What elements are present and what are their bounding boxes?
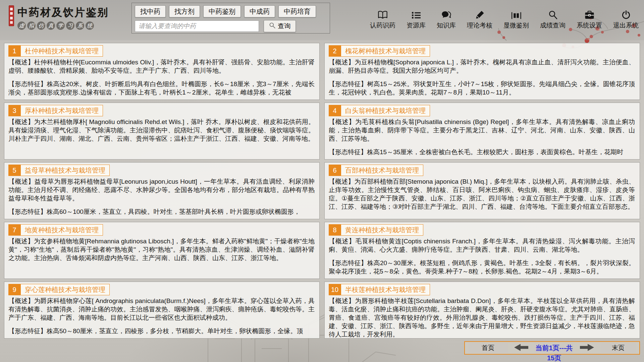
card-number-badge: 4: [329, 105, 341, 116]
card-number-badge: 7: [8, 224, 20, 236]
magnifier-icon: [548, 9, 557, 19]
nav-item-system-settings[interactable]: 系统设置: [577, 9, 602, 30]
nav-label: 理论考核: [467, 21, 492, 30]
nav-item-knowledge-base[interactable]: 知识库: [437, 9, 456, 30]
chat-bubbles-icon: [441, 9, 451, 19]
herb-card-7: 7 地黄种植技术与栽培管理 【概述】为玄参科植物地黄[Rehmannia glu…: [4, 222, 320, 279]
app-header: 中药材及饮片鉴别 虚 拟 仿 真 学 习 系 统 找中药 找方剂 中药鉴别 中成…: [0, 0, 644, 40]
card-overview-text: 【概述】为毛茛科植株白头翁[Pulsatilla chinensis (Bge)…: [329, 118, 635, 143]
card-number-badge: 2: [329, 45, 341, 57]
card-number-badge: 10: [329, 284, 341, 295]
power-icon: [622, 9, 631, 19]
nav-item-microscopic-identify[interactable]: 显微鉴别: [503, 9, 529, 30]
nav-item-theory-exam[interactable]: 理论考核: [467, 9, 492, 30]
magnifier-icon: [269, 22, 276, 31]
card-title-link[interactable]: 槐花树种植技术与栽培管理: [341, 45, 430, 57]
card-overview-text: 【概述】益母草为唇形花科植物益母草[Leonurus japon,icus Ho…: [8, 177, 315, 202]
herb-card-5: 5 益母草种植技术与栽培管理 【概述】益母草为唇形花科植物益母草[Leonuru…: [4, 162, 320, 219]
card-number-badge: 8: [329, 224, 341, 236]
card-morphology-text: 【形态特征】株高50～80厘米，茎直立，四棱形，多分枝，节稍膨大。单叶对生，卵状…: [8, 327, 315, 335]
card-number-badge: 5: [8, 165, 20, 176]
first-page-button[interactable]: 首页: [468, 343, 508, 353]
card-morphology-text: 【形态特征】树高15～25米。羽状复叶互生，小叶7～15枚，卵状矩圆形。先端具细…: [329, 80, 635, 97]
card-title-link[interactable]: 穿心莲种植技术与栽培管理: [20, 284, 110, 295]
card-title-link[interactable]: 黄连种植技术与栽培管理: [341, 224, 423, 236]
herb-card-10: 10 半枝莲种植技术与栽培管理 【概述】为唇形科植物半枝莲[Scutellari…: [324, 282, 640, 339]
last-page-button[interactable]: 末页: [600, 343, 636, 353]
card-number-badge: 3: [8, 105, 20, 116]
card-title-link[interactable]: 厚朴种植技术与栽培管理: [20, 105, 103, 116]
nav-item-recognize-herbs[interactable]: 认药识药: [370, 9, 395, 30]
app-subtitle: 虚 拟 仿 真 学 习 系 统: [17, 21, 109, 30]
card-title-link[interactable]: 半枝莲种植技术与栽培管理: [341, 284, 430, 295]
card-overview-text: 【概述】毛茛科植物黄连[Coptis chinensis Franch.]，多年…: [329, 237, 635, 254]
tab-find-herb[interactable]: 找中药: [135, 5, 166, 17]
card-overview-text: 【概述】为豆科植物槐[Sophora japonica L.]，落叶乔木。槐树花…: [329, 58, 635, 75]
arrow-right-icon: [580, 344, 594, 352]
card-overview-text: 【概述】为唇形科植物半枝莲[Scutellaria barbata D.Don]…: [329, 297, 635, 339]
nav-label: 显微鉴别: [503, 21, 529, 30]
card-morphology-text: 【形态特征】株高达20米。树皮、叶折断后均具有白色细丝。叶椭圆形，长6～18厘米…: [8, 80, 315, 97]
card-overview-text: 【概述】为百部科植物百部[Stemona japonica (Bl.) Miq.…: [329, 177, 635, 211]
nav-label: 资源库: [407, 21, 426, 30]
search-button-label: 查询: [278, 22, 291, 31]
herb-card-4: 4 白头翁种植技术与栽培管理 【概述】为毛茛科植株白头翁[Pulsatilla …: [324, 103, 640, 160]
card-title-link[interactable]: 白头翁种植技术与栽培管理: [341, 105, 430, 116]
top-nav: 认药识药 资源库 知识库 理论考核 显微鉴别: [370, 9, 639, 30]
search-input[interactable]: [135, 20, 259, 32]
nav-item-resource-library[interactable]: 资源库: [407, 9, 426, 30]
tab-herb-cultivation[interactable]: 中药培育: [278, 5, 316, 17]
pencil-icon: [475, 9, 484, 19]
card-overview-text: 【概述】为爵床科植物穿心莲[ Andrographis paniculata(B…: [8, 297, 315, 322]
pagination-bar: 首页 当前1页---共15页 末页: [464, 341, 640, 355]
herb-card-grid: 1 杜仲种植技术与栽培管理 【概述】杜仲科植物杜仲[Eucommia ulmoi…: [4, 43, 640, 362]
nav-label: 知识库: [437, 21, 456, 30]
card-overview-text: 【概述】杜仲科植物杜仲[Eucommia ulmoides Oliv.]，落叶乔…: [8, 58, 315, 75]
search-panel: 找中药 找方剂 中药鉴别 中成药 中药培育 查询: [131, 3, 330, 34]
herb-card-1: 1 杜仲种植技术与栽培管理 【概述】杜仲科植物杜仲[Eucommia ulmoi…: [4, 43, 320, 100]
nav-label: 系统设置: [577, 21, 602, 30]
nav-label: 退出系统: [613, 21, 639, 30]
prev-page-button[interactable]: [513, 343, 530, 353]
tab-herb-identify[interactable]: 中药鉴别: [203, 5, 241, 17]
nav-item-exit-system[interactable]: 退出系统: [613, 9, 639, 30]
card-number-badge: 6: [329, 165, 341, 176]
card-number-badge: 1: [8, 45, 20, 57]
nav-item-score-query[interactable]: 成绩查询: [540, 9, 566, 30]
card-morphology-text: 【形态特征】株高15～35厘米，全株密被白色长毛。主根较肥大，圆柱形，表面黄棕色…: [329, 148, 635, 156]
herb-card-6: 6 百部种植技术与栽培管理 【概述】为百部科植物百部[Stemona japon…: [324, 162, 640, 219]
app-logo: 中药材及饮片鉴别 虚 拟 仿 真 学 习 系 统: [9, 5, 109, 30]
tab-find-formula[interactable]: 找方剂: [169, 5, 200, 17]
arrow-left-icon: [514, 344, 529, 352]
open-book-icon: [378, 9, 388, 19]
next-page-button[interactable]: [578, 343, 596, 353]
card-title-link[interactable]: 地黄种植技术与栽培管理: [20, 224, 103, 236]
nav-label: 成绩查询: [540, 21, 566, 30]
tab-patent-medicine[interactable]: 中成药: [244, 5, 275, 17]
herb-card-2: 2 槐花树种植技术与栽培管理 【概述】为豆科植物槐[Sophora japoni…: [324, 43, 640, 100]
list-icon: [412, 9, 421, 19]
card-morphology-text: 【形态特征】株高20～30厘米。根茎短粗，倒鸡爪形，黄褐色。叶基生，3全裂，有长…: [329, 259, 635, 276]
herb-card-9: 9 穿心莲种植技术与栽培管理 【概述】为爵床科植物穿心莲[ Andrograph…: [4, 282, 320, 339]
card-title-link[interactable]: 益母草种植技术与栽培管理: [20, 165, 110, 176]
herb-card-3: 3 厚朴种植技术与栽培管理 【概述】为木兰科植物厚朴[ Magnoliu off…: [4, 103, 320, 160]
logo-seal: [9, 5, 14, 26]
barcode-icon: [511, 9, 522, 19]
toolbox-icon: [585, 9, 594, 19]
herb-card-8: 8 黄连种植技术与栽培管理 【概述】毛茛科植物黄连[Coptis chinens…: [324, 222, 640, 279]
card-overview-text: 【概述】为木兰科植物厚朴[ Magnoliu officinalis Rehd.…: [8, 118, 315, 143]
card-title-link[interactable]: 百部种植技术与栽培管理: [341, 165, 423, 176]
page-status-label: 当前1页---共15页: [535, 343, 574, 353]
nav-label: 认药识药: [370, 21, 395, 30]
card-number-badge: 9: [8, 284, 20, 295]
search-button[interactable]: 查询: [264, 20, 296, 32]
app-title: 中药材及饮片鉴别: [17, 5, 109, 19]
card-morphology-text: 【形态特征】株高60～100厘米，茎直立，具四棱。叶对生，茎基部叶具长柄，叶片圆…: [8, 207, 315, 216]
card-title-link[interactable]: 杜仲种植技术与栽培管理: [20, 45, 103, 57]
card-overview-text: 【概述】为玄参科植物地黄[Rehmannia glutinosa Libosch…: [8, 237, 315, 262]
search-tabs: 找中药 找方剂 中药鉴别 中成药 中药培育: [135, 5, 327, 17]
